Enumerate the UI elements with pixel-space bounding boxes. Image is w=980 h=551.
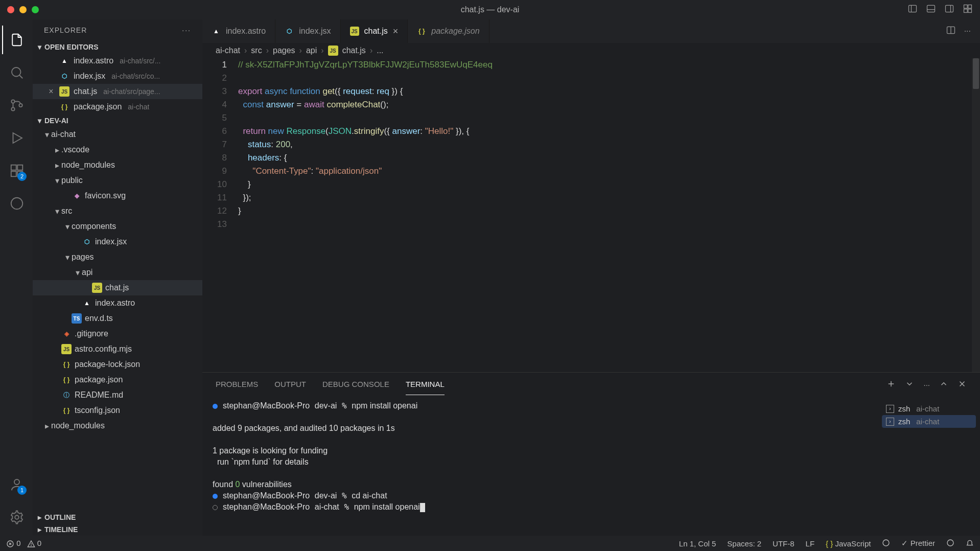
tree-folder[interactable]: node_modules: [33, 157, 202, 173]
extensions-badge: 2: [17, 172, 27, 181]
explorer-more-icon[interactable]: ···: [182, 26, 191, 34]
svg-rect-4: [946, 5, 953, 12]
accounts-activity[interactable]: 1: [2, 470, 31, 499]
status-prettier[interactable]: ✓ Prettier: [901, 539, 935, 548]
tree-file[interactable]: ⓘREADME.md: [33, 387, 202, 403]
extensions-activity[interactable]: 2: [2, 156, 31, 185]
minimize-window[interactable]: [19, 6, 27, 13]
editor-tab[interactable]: { }package.json: [408, 19, 489, 43]
split-editor-icon[interactable]: [946, 25, 956, 37]
file-path-hint: ai-chat: [128, 103, 149, 111]
tree-folder[interactable]: pages: [33, 249, 202, 265]
panel-tab-problems[interactable]: PROBLEMS: [216, 374, 258, 395]
workspace-header[interactable]: DEV-AI: [33, 114, 202, 127]
timeline-header[interactable]: TIMELINE: [33, 523, 202, 536]
code-editor[interactable]: 12345678910111213 // sk-X5ZlTaFPJhTJgVZq…: [202, 58, 980, 372]
tree-file[interactable]: TSenv.d.ts: [33, 311, 202, 326]
status-feedback-icon[interactable]: [946, 539, 954, 548]
breadcrumb-segment[interactable]: ...: [377, 46, 383, 55]
status-encoding[interactable]: UTF-8: [773, 539, 795, 548]
tree-folder[interactable]: src: [33, 203, 202, 219]
svg-rect-18: [11, 171, 16, 176]
window-controls: [7, 6, 39, 13]
breadcrumb-segment[interactable]: src: [251, 46, 262, 55]
more-actions-icon[interactable]: ···: [964, 27, 971, 36]
status-errors[interactable]: 0: [6, 539, 21, 548]
tree-folder[interactable]: public: [33, 173, 202, 188]
close-panel-icon[interactable]: [958, 379, 967, 390]
tree-file[interactable]: ◈.gitignore: [33, 326, 202, 341]
terminal-list-item[interactable]: ›zshai-chat: [882, 415, 976, 428]
scroll-thumb[interactable]: [973, 58, 979, 89]
folder-name: node_modules: [51, 421, 105, 430]
status-notifications-icon[interactable]: [966, 539, 974, 548]
close-window[interactable]: [7, 6, 14, 13]
edge-activity[interactable]: [2, 189, 31, 218]
run-debug-activity[interactable]: [2, 124, 31, 152]
breadcrumb[interactable]: ai-chat›src›pages›api›JSchat.js›...: [202, 43, 980, 58]
new-terminal-icon[interactable]: [886, 379, 896, 390]
terminal-output[interactable]: stephan@MacBook-Pro dev-ai % npm install…: [202, 396, 878, 536]
panel-more-icon[interactable]: ···: [923, 380, 930, 389]
tree-file[interactable]: { }package-lock.json: [33, 357, 202, 372]
editor-tab[interactable]: ⬡index.jsx: [275, 19, 340, 43]
maximize-panel-icon[interactable]: [939, 379, 948, 390]
terminal-list-item[interactable]: ›zshai-chat: [882, 402, 976, 415]
open-editor-item[interactable]: ×JSchat.jsai-chat/src/page...: [33, 84, 202, 99]
panel-tab-output[interactable]: OUTPUT: [274, 374, 306, 395]
status-live-share-icon[interactable]: [882, 539, 890, 548]
tree-file[interactable]: ◆favicon.svg: [33, 188, 202, 203]
zoom-window[interactable]: [32, 6, 39, 13]
editor-scrollbar[interactable]: [972, 58, 980, 372]
tree-file[interactable]: { }package.json: [33, 372, 202, 387]
settings-activity[interactable]: [2, 503, 31, 532]
panel-tab-debug-console[interactable]: DEBUG CONSOLE: [322, 374, 389, 395]
tree-folder[interactable]: components: [33, 219, 202, 234]
source-control-activity[interactable]: [2, 91, 31, 120]
close-tab-icon[interactable]: ×: [393, 26, 399, 37]
toggle-secondary-sidebar-icon[interactable]: [944, 4, 954, 16]
line-gutter: 12345678910111213: [202, 58, 238, 372]
svg-point-12: [11, 100, 14, 103]
explorer-activity[interactable]: [2, 26, 31, 54]
tree-file[interactable]: ⬡index.jsx: [33, 234, 202, 249]
customize-layout-icon[interactable]: [963, 4, 973, 16]
status-warnings[interactable]: 0: [27, 539, 42, 548]
toggle-primary-sidebar-icon[interactable]: [907, 4, 918, 16]
tree-folder[interactable]: node_modules: [33, 418, 202, 433]
search-activity[interactable]: [2, 58, 31, 87]
open-editor-item[interactable]: ▲index.astroai-chat/src/...: [33, 53, 202, 68]
tree-file[interactable]: JSchat.js: [33, 280, 202, 295]
svg-marker-15: [13, 133, 22, 143]
file-name: package-lock.json: [75, 360, 140, 369]
close-icon[interactable]: ×: [47, 87, 55, 96]
tree-file[interactable]: ▲index.astro: [33, 295, 202, 311]
panel-tab-terminal[interactable]: TERMINAL: [406, 374, 445, 395]
code-content[interactable]: // sk-X5ZlTaFPJhTJgVZqrLpYT3BlbkFJJW2jEu…: [238, 58, 980, 372]
toggle-panel-icon[interactable]: [926, 4, 936, 16]
tree-file[interactable]: { }tsconfig.json: [33, 403, 202, 418]
file-name: index.astro: [74, 56, 113, 65]
tree-folder[interactable]: .vscode: [33, 142, 202, 157]
open-editors-header[interactable]: OPEN EDITORS: [33, 41, 202, 53]
terminal-dropdown-icon[interactable]: [905, 379, 914, 390]
status-cursor-position[interactable]: Ln 1, Col 5: [679, 539, 716, 548]
editor-group: ▲index.astro⬡index.jsxJSchat.js×{ }packa…: [202, 19, 980, 536]
status-eol[interactable]: LF: [806, 539, 815, 548]
open-editor-item[interactable]: ⬡index.jsxai-chat/src/co...: [33, 68, 202, 84]
editor-tab[interactable]: ▲index.astro: [202, 19, 275, 43]
editor-tab[interactable]: JSchat.js×: [341, 19, 408, 43]
terminal-hint: ai-chat: [916, 404, 939, 413]
titlebar-actions: [907, 4, 973, 16]
tree-folder[interactable]: api: [33, 265, 202, 280]
breadcrumb-segment[interactable]: pages: [273, 46, 295, 55]
breadcrumb-segment[interactable]: chat.js: [342, 46, 366, 55]
breadcrumb-segment[interactable]: api: [306, 46, 317, 55]
status-language[interactable]: { } JavaScript: [826, 539, 871, 548]
outline-header[interactable]: OUTLINE: [33, 511, 202, 523]
status-indentation[interactable]: Spaces: 2: [727, 539, 761, 548]
breadcrumb-segment[interactable]: ai-chat: [216, 46, 240, 55]
tree-folder[interactable]: ai-chat: [33, 127, 202, 142]
open-editor-item[interactable]: { }package.jsonai-chat: [33, 99, 202, 114]
tree-file[interactable]: JSastro.config.mjs: [33, 341, 202, 357]
